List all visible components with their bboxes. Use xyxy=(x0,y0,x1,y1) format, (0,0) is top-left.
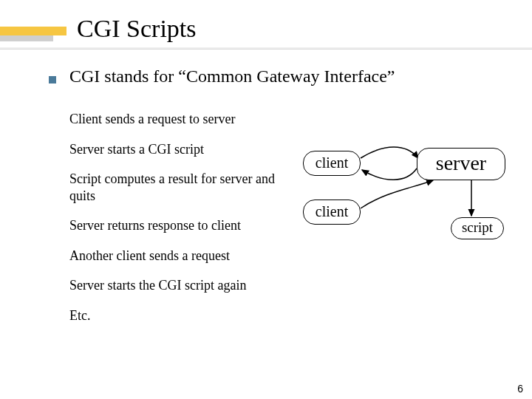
node-client: client xyxy=(303,200,361,225)
accent-stripe-yellow xyxy=(0,27,66,35)
bullet-text: CGI stands for “Common Gateway Interface… xyxy=(69,66,395,86)
accent-stripe-gray xyxy=(0,35,53,41)
title-area: CGI Scripts xyxy=(0,13,532,49)
title-underline xyxy=(0,47,532,49)
step-item: Another client sends a request xyxy=(69,248,284,265)
step-item: Etc. xyxy=(69,307,284,324)
step-item: Server starts a CGI script xyxy=(69,141,284,158)
diagram: client client server script xyxy=(303,148,510,266)
node-script: script xyxy=(451,217,504,239)
slide: CGI Scripts CGI stands for “Common Gatew… xyxy=(0,0,532,399)
bullet-icon xyxy=(49,76,56,83)
step-item: Client sends a request to server xyxy=(69,111,284,128)
node-client: client xyxy=(303,151,361,176)
step-item: Script computes a result for server and … xyxy=(69,171,284,204)
node-server: server xyxy=(417,148,505,180)
page-number: 6 xyxy=(517,383,523,395)
slide-title: CGI Scripts xyxy=(77,15,197,43)
step-item: Server starts the CGI script again xyxy=(69,277,284,294)
step-item: Server returns response to client xyxy=(69,217,284,234)
main-bullet: CGI stands for “Common Gateway Interface… xyxy=(49,66,395,86)
step-list: Client sends a request to server Server … xyxy=(69,111,284,337)
